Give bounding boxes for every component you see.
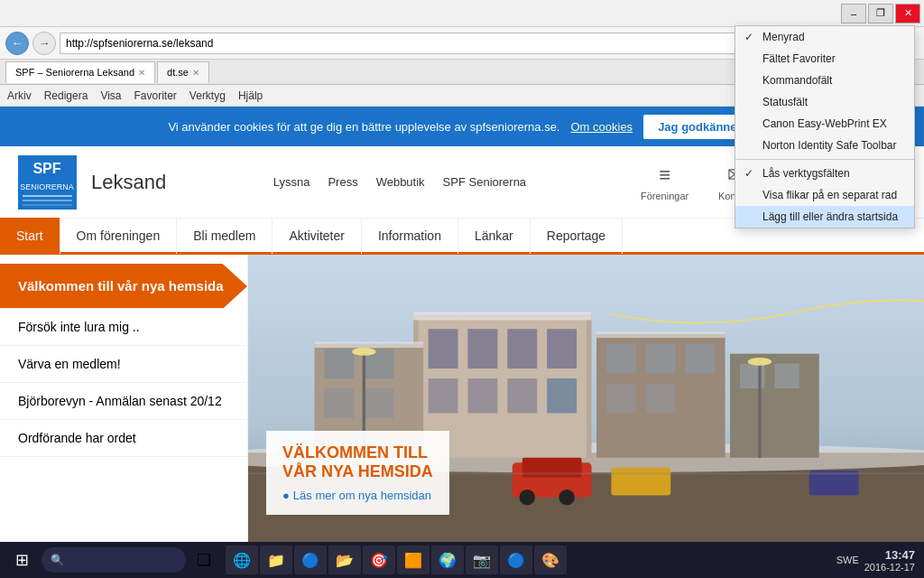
svg-rect-14: [547, 329, 577, 368]
tab-label-spf: SPF – Seniorerna Leksand: [15, 67, 134, 78]
svg-rect-4: [23, 200, 72, 201]
svg-rect-32: [774, 364, 799, 388]
start-button[interactable]: ⊞: [4, 545, 40, 574]
hero-link-icon: ●: [282, 489, 290, 502]
menu-verktyg[interactable]: Verktyg: [189, 89, 226, 102]
hero-area: VÄLKOMMEN TILL VÅR NYA HEMSIDA ● Läs mer…: [248, 255, 924, 542]
nav-om-foreningen[interactable]: Om föreningen: [60, 218, 178, 254]
svg-rect-37: [611, 468, 670, 496]
nav-aktiviteter[interactable]: Aktiviteter: [273, 218, 361, 254]
sidebar-item-2[interactable]: Värva en medlem!: [0, 346, 247, 383]
taskbar-app4[interactable]: 📷: [466, 545, 498, 574]
header-top-nav: Lyssna Press Webbutik SPF Seniorerna: [273, 175, 526, 189]
sidebar-item-4[interactable]: Ordförande har ordet: [0, 420, 247, 457]
svg-rect-22: [324, 388, 354, 418]
task-view-icon: ❑: [197, 550, 211, 570]
taskbar-clock: 13:47 2016-12-17: [864, 548, 915, 573]
svg-rect-16: [467, 378, 497, 413]
taskbar-app3[interactable]: 🌍: [431, 545, 464, 574]
taskbar-edge[interactable]: 🔵: [294, 545, 327, 574]
content-area: Välkommen till vår nya hemsida Försök in…: [0, 255, 924, 542]
nav-spf-seniorerna[interactable]: SPF Seniorerna: [443, 175, 527, 189]
svg-rect-17: [507, 378, 537, 413]
taskbar-app2[interactable]: 🟧: [397, 545, 430, 574]
svg-rect-26: [646, 344, 676, 374]
taskbar-time: 13:47: [864, 548, 915, 562]
svg-rect-28: [606, 384, 636, 414]
svg-rect-27: [686, 344, 716, 374]
svg-rect-11: [429, 329, 458, 368]
menu-hjalp[interactable]: Hjälp: [238, 89, 263, 102]
close-button[interactable]: ✕: [895, 4, 920, 23]
nav-lyssna[interactable]: Lyssna: [273, 175, 310, 189]
taskbar-explorer[interactable]: 📁: [260, 545, 292, 574]
foreningar-icon: ≡: [659, 163, 670, 187]
svg-rect-18: [547, 378, 577, 413]
cookie-text: Vi använder cookies för att ge dig en bä…: [168, 120, 559, 134]
svg-text:SENIORERNA: SENIORERNA: [20, 182, 74, 191]
svg-rect-12: [467, 329, 497, 368]
minimize-button[interactable]: –: [841, 4, 866, 23]
taskbar-search[interactable]: 🔍: [42, 547, 186, 573]
sidebar-item-1[interactable]: Försök inte lura mig ..: [0, 309, 247, 346]
ctx-kommandofalt[interactable]: Kommandofält: [735, 70, 914, 91]
title-bar: – ❐ ✕: [0, 0, 924, 27]
nav-lankar[interactable]: Länkar: [458, 218, 531, 254]
menu-arkiv[interactable]: Arkiv: [7, 89, 32, 102]
nav-reportage[interactable]: Reportage: [531, 218, 623, 254]
nav-webbutik[interactable]: Webbutik: [376, 175, 425, 189]
taskbar-ie[interactable]: 🌐: [226, 545, 258, 574]
svg-rect-45: [596, 332, 725, 339]
hero-title-line2: VÅR NYA HEMSIDA: [282, 462, 433, 481]
cookie-link[interactable]: Om cookies: [570, 120, 633, 134]
ctx-las[interactable]: Lås verktygsfälten: [735, 163, 914, 184]
tab-spf[interactable]: SPF – Seniorerna Leksand ✕: [5, 61, 155, 83]
foreningar-icon-box[interactable]: ≡ Föreningar: [633, 155, 697, 210]
taskbar-app5[interactable]: 🔵: [500, 545, 532, 574]
svg-point-36: [559, 489, 575, 506]
svg-rect-29: [646, 384, 676, 414]
hero-title-line1: VÄLKOMMEN TILL: [282, 443, 433, 462]
svg-text:SPF: SPF: [32, 161, 60, 176]
ctx-statusfalt[interactable]: Statusfält: [735, 91, 914, 113]
taskbar: ⊞ 🔍 ❑ 🌐 📁 🔵 📂 🎯 🟧 🌍 📷 🔵 🎨 SWE 13:47 2016…: [0, 542, 924, 578]
forward-button[interactable]: →: [32, 32, 56, 55]
ctx-menyrad[interactable]: Menyrad: [735, 26, 914, 48]
ctx-visa-flikar[interactable]: Visa flikar på en separat rad: [735, 184, 914, 206]
hero-overlay: VÄLKOMMEN TILL VÅR NYA HEMSIDA ● Läs mer…: [266, 431, 449, 515]
nav-bli-medlem[interactable]: Bli medlem: [177, 218, 273, 254]
menu-visa[interactable]: Visa: [100, 89, 121, 102]
menu-redigera[interactable]: Redigera: [44, 89, 88, 102]
tab-close-spf[interactable]: ✕: [138, 68, 145, 78]
nav-press[interactable]: Press: [328, 175, 357, 189]
site-name: Leksand: [91, 171, 166, 194]
logo-area: SPF SENIORERNA Leksand: [18, 155, 166, 210]
context-menu: Menyrad Fältet Favoriter Kommandofält St…: [735, 25, 915, 228]
tab-dt[interactable]: dt.se ✕: [157, 61, 209, 83]
search-icon: 🔍: [51, 554, 64, 566]
svg-rect-13: [507, 329, 537, 368]
taskbar-files[interactable]: 📂: [328, 545, 361, 574]
svg-rect-44: [314, 341, 423, 348]
tab-close-dt[interactable]: ✕: [192, 68, 199, 78]
taskbar-app6[interactable]: 🎨: [534, 545, 567, 574]
task-view-button[interactable]: ❑: [188, 545, 220, 574]
svg-point-35: [519, 489, 535, 506]
restore-button[interactable]: ❐: [868, 4, 893, 23]
hero-link[interactable]: ● Läs mer om nya hemsidan: [282, 489, 433, 502]
sidebar-item-3[interactable]: Björborevyn - Anmälan senast 20/12: [0, 383, 247, 420]
nav-information[interactable]: Information: [362, 218, 458, 254]
ctx-favoriter[interactable]: Fältet Favoriter: [735, 48, 914, 70]
ctx-canon[interactable]: Canon Easy-WebPrint EX: [735, 113, 914, 135]
svg-rect-3: [23, 195, 72, 197]
taskbar-date: 2016-12-17: [864, 562, 915, 573]
taskbar-app1[interactable]: 🎯: [363, 545, 395, 574]
nav-start[interactable]: Start: [0, 218, 60, 254]
ctx-lagg-till[interactable]: Lägg till eller ändra startsida: [735, 206, 914, 228]
sidebar-item-0[interactable]: Välkommen till vår nya hemsida: [0, 264, 247, 309]
ctx-norton[interactable]: Norton Identity Safe Toolbar: [735, 135, 914, 156]
back-button[interactable]: ←: [5, 32, 29, 55]
svg-point-40: [352, 348, 375, 356]
tab-label-dt: dt.se: [167, 67, 189, 78]
menu-favoriter[interactable]: Favoriter: [134, 89, 177, 102]
